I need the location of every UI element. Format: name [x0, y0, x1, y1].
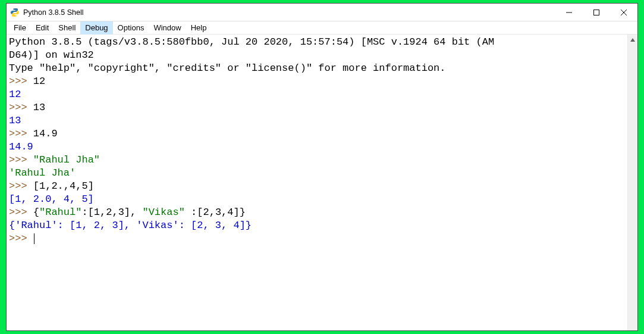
text-cursor: [34, 233, 34, 244]
menu-file[interactable]: File: [9, 21, 31, 35]
vertical-scrollbar[interactable]: [627, 35, 637, 330]
svg-point-1: [15, 15, 16, 15]
menu-window[interactable]: Window: [149, 21, 186, 35]
python-icon: [10, 8, 20, 17]
menu-shell[interactable]: Shell: [54, 21, 80, 35]
content-area: Python 3.8.5 (tags/v3.8.5:580fbb0, Jul 2…: [7, 35, 637, 330]
minimize-button[interactable]: [555, 4, 583, 21]
titlebar[interactable]: Python 3.8.5 Shell: [7, 4, 637, 21]
window-title: Python 3.8.5 Shell: [23, 8, 555, 17]
svg-marker-6: [630, 38, 635, 42]
menu-debug[interactable]: Debug: [80, 21, 112, 35]
window-controls: [555, 4, 637, 21]
menu-help[interactable]: Help: [186, 21, 212, 35]
close-button[interactable]: [610, 4, 637, 21]
scroll-up-arrow[interactable]: [628, 35, 637, 45]
menu-options[interactable]: Options: [113, 21, 149, 35]
idle-window: Python 3.8.5 Shell FileEditShellDebugOpt…: [6, 3, 638, 331]
menubar[interactable]: FileEditShellDebugOptionsWindowHelp: [7, 21, 637, 35]
svg-rect-3: [594, 10, 599, 15]
svg-point-0: [13, 9, 14, 10]
shell-text[interactable]: Python 3.8.5 (tags/v3.8.5:580fbb0, Jul 2…: [7, 35, 627, 330]
maximize-button[interactable]: [583, 4, 610, 21]
menu-edit[interactable]: Edit: [31, 21, 54, 35]
